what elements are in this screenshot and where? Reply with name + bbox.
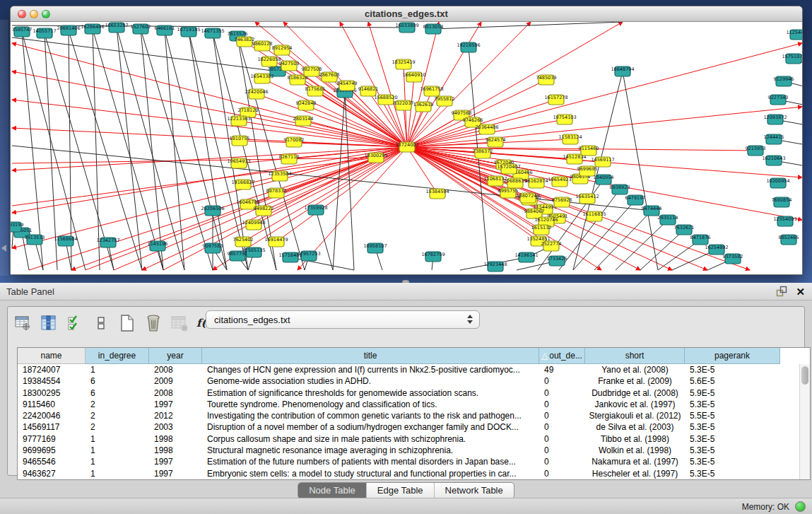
- table-scrollbar-thumb[interactable]: [801, 366, 808, 385]
- table-cell-out_de: 0: [539, 433, 585, 445]
- table-cell-title: Estimation of the future numbers of pati…: [202, 456, 539, 467]
- table-row[interactable]: 2242004622012Investigating the contribut…: [18, 410, 810, 421]
- graph-edge[interactable]: [316, 210, 333, 270]
- tab-node-table[interactable]: Node Table: [298, 483, 366, 498]
- table-panel-header: Table Panel ✕: [0, 283, 812, 300]
- table-cell-name: 9699695: [18, 445, 86, 456]
- graph-edge[interactable]: [141, 29, 163, 270]
- graph-edge[interactable]: [117, 28, 142, 270]
- sidebar-collapse-strip[interactable]: [0, 20, 8, 276]
- row-stack-icon[interactable]: [92, 314, 110, 332]
- table-row[interactable]: 1830029562008Estimation of significance …: [18, 387, 810, 399]
- graph-node-label: 15716485: [278, 252, 302, 258]
- table-cell-year: 1998: [149, 445, 202, 456]
- graph-node-label: 9427503: [279, 61, 300, 66]
- float-panel-icon[interactable]: [776, 286, 787, 297]
- table-cell-title: Disruption of a novel member of a sodium…: [202, 421, 539, 433]
- window-titlebar[interactable]: citations_edges.txt: [11, 6, 802, 22]
- graph-edge[interactable]: [407, 147, 707, 270]
- graph-edge[interactable]: [45, 33, 57, 270]
- column-header-name[interactable]: name: [18, 348, 86, 364]
- graph-edge[interactable]: [45, 33, 114, 270]
- graph-node-label: 19654923: [548, 177, 571, 182]
- column-header-pagerank[interactable]: pagerank: [685, 348, 780, 364]
- graph-edge[interactable]: [616, 220, 668, 270]
- graph-edge[interactable]: [640, 230, 684, 270]
- graph-node-label: 7485039: [536, 75, 557, 81]
- graph-node-label: 1840954: [594, 175, 614, 180]
- column-header-short[interactable]: short: [585, 348, 685, 364]
- graph-edge[interactable]: [623, 71, 658, 270]
- graph-node-label: 3595747: [12, 27, 33, 33]
- table-cell-name: 19384554: [18, 375, 86, 387]
- network-window[interactable]: citations_edges.txt 35957471405571720691…: [10, 6, 803, 275]
- select-rows-icon[interactable]: [66, 314, 84, 332]
- graph-node-label: 12923448: [483, 262, 507, 267]
- graph-node-label: 1362615: [413, 102, 434, 107]
- graph-node-label: 11254408: [786, 30, 802, 35]
- graph-node-label: 12342757: [96, 238, 119, 243]
- column-header-year[interactable]: year: [149, 348, 202, 364]
- close-panel-icon[interactable]: ✕: [796, 286, 805, 297]
- column-header-title[interactable]: title: [202, 348, 539, 364]
- table-scrollbar[interactable]: [799, 364, 810, 479]
- graph-node-label: 8852465: [779, 235, 799, 240]
- table-cell-year: 2008: [149, 387, 202, 399]
- table-body: 1872400712008Changes of HCN gene express…: [18, 364, 810, 479]
- graph-edge[interactable]: [141, 29, 213, 270]
- delete-table-icon[interactable]: [170, 314, 189, 332]
- table-row[interactable]: 1456911722003Disruption of a novel membe…: [18, 421, 810, 433]
- graph-node-label: 6479197: [625, 195, 646, 201]
- tab-edge-table[interactable]: Edge Table: [366, 483, 434, 498]
- table-row[interactable]: 946554611997Estimation of the future num…: [18, 456, 810, 467]
- graph-node-label: 16157278: [544, 95, 567, 100]
- show-columns-icon[interactable]: [40, 314, 58, 332]
- graph-edge[interactable]: [12, 100, 407, 147]
- table-cell-out_de: 49: [539, 364, 585, 375]
- status-bar: Memory: OK: [0, 498, 812, 514]
- table-mode-icon[interactable]: [13, 314, 32, 332]
- table-row[interactable]: 911546021997Tourette syndrome. Phenomeno…: [18, 399, 810, 410]
- graph-node-label: 10719185: [177, 27, 200, 33]
- graph-edge[interactable]: [433, 22, 623, 29]
- graph-node-label: 16033809: [395, 23, 418, 28]
- graph-edge[interactable]: [189, 32, 227, 270]
- graph-edge[interactable]: [290, 257, 354, 270]
- table-row[interactable]: 969969511998Structural magnetic resonanc…: [18, 445, 810, 456]
- table-select-dropdown[interactable]: citations_edges.txt: [206, 310, 480, 329]
- graph-edge[interactable]: [407, 43, 802, 147]
- table-cell-out_de: 0: [539, 421, 585, 433]
- table-cell-in_degree: 1: [86, 364, 149, 375]
- graph-edge[interactable]: [407, 22, 439, 147]
- graph-node-label: 2803144: [293, 116, 314, 122]
- table-row[interactable]: 977716911998Corpus callosum shape and si…: [18, 433, 810, 445]
- column-header-out_de[interactable]: △out_de...: [539, 348, 585, 364]
- graph-edge[interactable]: [407, 22, 481, 147]
- table-row[interactable]: 946362711997Embryonic stem cells: a mode…: [18, 468, 810, 479]
- citation-network-graph[interactable]: 3595747140557172069140616286496106532871…: [11, 22, 802, 274]
- graph-edge[interactable]: [213, 33, 276, 270]
- table-row[interactable]: 1938455462009Genome-wide association stu…: [18, 375, 810, 387]
- new-column-icon[interactable]: [118, 314, 136, 332]
- network-canvas[interactable]: 3595747140557172069140616286496106532871…: [11, 22, 802, 274]
- graph-node-label: 7615526: [228, 31, 248, 37]
- graph-edge[interactable]: [407, 22, 531, 147]
- table-panel-body: f(x) citations_edges.txt namein_degreeye…: [0, 301, 812, 498]
- graph-edge[interactable]: [69, 30, 142, 270]
- column-header-in_degree[interactable]: in_degree: [86, 348, 149, 364]
- graph-edge[interactable]: [12, 158, 376, 163]
- table-cell-in_degree: 1: [86, 433, 149, 445]
- graph-node-label: 2522774: [541, 241, 562, 247]
- graph-node-label: 16210643: [762, 156, 785, 161]
- table-tabs: Node Table Edge Table Network Table: [8, 482, 804, 499]
- collapse-left-icon[interactable]: [1, 245, 6, 252]
- delete-column-icon[interactable]: [144, 314, 163, 332]
- graph-edge[interactable]: [69, 30, 71, 270]
- graph-node-label: 9498222: [254, 206, 274, 211]
- table-row[interactable]: 1872400712008Changes of HCN gene express…: [18, 364, 810, 375]
- tab-network-table[interactable]: Network Table: [434, 483, 514, 498]
- graph-node-label: 9884067: [524, 209, 545, 214]
- graph-edge[interactable]: [368, 22, 407, 147]
- table-cell-year: 1997: [149, 456, 202, 467]
- table-cell-pagerank: 5.9E-5: [685, 387, 780, 399]
